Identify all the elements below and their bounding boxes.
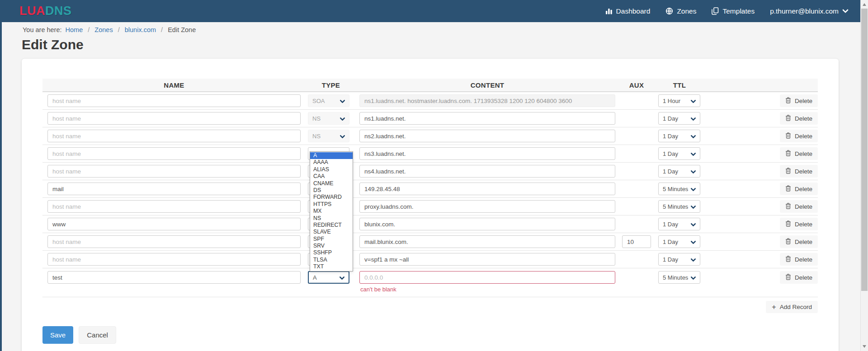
- delete-button[interactable]: Delete: [780, 200, 818, 213]
- type-option[interactable]: SPF: [310, 236, 353, 243]
- name-input[interactable]: [47, 271, 301, 284]
- save-button[interactable]: Save: [42, 326, 73, 344]
- luadns-logo[interactable]: LUADNS: [19, 4, 72, 18]
- delete-button-label: Delete: [795, 221, 812, 228]
- type-option[interactable]: A: [310, 152, 353, 159]
- header-ttl: TTL: [655, 81, 704, 89]
- table-header-row: NAME TYPE CONTENT AUX TTL: [42, 79, 818, 92]
- ttl-select[interactable]: 1 Day: [658, 165, 700, 178]
- breadcrumb-link-zone[interactable]: blunix.com: [125, 26, 156, 33]
- content-input[interactable]: [359, 183, 615, 195]
- type-option[interactable]: AAAA: [310, 159, 353, 166]
- globe-icon: [665, 7, 673, 15]
- type-option[interactable]: ALIAS: [310, 166, 353, 173]
- ttl-select[interactable]: 1 Day: [658, 147, 700, 160]
- type-select[interactable]: NS: [308, 112, 349, 125]
- scroll-up-arrow-icon[interactable]: [863, 3, 866, 6]
- ttl-select[interactable]: 5 Minutes: [658, 271, 700, 284]
- cancel-button[interactable]: Cancel: [79, 326, 116, 344]
- content-input[interactable]: [359, 253, 615, 266]
- vertical-scrollbar[interactable]: [860, 0, 868, 351]
- ttl-select-value: 1 Day: [663, 133, 678, 140]
- delete-button[interactable]: Delete: [780, 165, 818, 178]
- content-input[interactable]: [359, 147, 615, 160]
- delete-button[interactable]: Delete: [780, 112, 818, 125]
- breadcrumb-link-home[interactable]: Home: [66, 26, 83, 33]
- record-row: 1 Day Delete: [42, 163, 818, 180]
- aux-input[interactable]: [622, 235, 651, 248]
- type-option[interactable]: SLAVE: [310, 229, 353, 235]
- delete-button[interactable]: Delete: [780, 235, 818, 248]
- records-table-body: SOA 1 Hour Delete: [42, 92, 818, 297]
- add-record-button[interactable]: + Add Record: [766, 301, 818, 313]
- ttl-select[interactable]: 1 Day: [658, 130, 700, 142]
- user-menu[interactable]: p.thurner@blunix.com: [770, 7, 849, 15]
- delete-button[interactable]: Delete: [780, 253, 818, 266]
- type-option[interactable]: CAA: [310, 173, 353, 180]
- name-input[interactable]: [47, 147, 301, 160]
- name-input[interactable]: [47, 165, 301, 178]
- delete-button[interactable]: Delete: [780, 147, 818, 160]
- content-input[interactable]: [359, 200, 615, 213]
- ttl-select[interactable]: 5 Minutes: [658, 183, 700, 195]
- delete-button[interactable]: Delete: [780, 130, 818, 142]
- chevron-down-icon: [691, 203, 696, 210]
- ttl-select[interactable]: 1 Day: [658, 218, 700, 230]
- type-option[interactable]: CNAME: [310, 180, 353, 187]
- trash-icon: [785, 115, 791, 122]
- content-input[interactable]: [359, 130, 615, 142]
- type-option[interactable]: DS: [310, 187, 353, 194]
- name-input[interactable]: [47, 112, 301, 125]
- name-input[interactable]: [47, 94, 301, 107]
- nav-item-zones[interactable]: Zones: [665, 7, 696, 15]
- logo-part-lua: LUA: [19, 4, 45, 18]
- type-option[interactable]: TLSA: [310, 257, 353, 263]
- type-select[interactable]: A: [308, 271, 349, 284]
- ttl-select[interactable]: 1 Hour: [658, 94, 700, 107]
- top-navbar: LUADNS Dashboard Zones Templates p.thurn…: [0, 0, 860, 22]
- content-input[interactable]: [359, 271, 615, 284]
- breadcrumb-link-zones[interactable]: Zones: [94, 26, 113, 33]
- nav-item-label: Zones: [677, 7, 696, 15]
- ttl-select[interactable]: 1 Day: [658, 253, 700, 266]
- name-input[interactable]: [47, 200, 301, 213]
- name-input[interactable]: [47, 183, 301, 195]
- delete-button[interactable]: Delete: [780, 94, 818, 107]
- type-select[interactable]: NS: [308, 130, 349, 142]
- delete-button[interactable]: Delete: [780, 218, 818, 230]
- type-option[interactable]: HTTPS: [310, 201, 353, 208]
- content-input[interactable]: [359, 165, 615, 178]
- content-input[interactable]: [359, 218, 615, 230]
- ttl-select-value: 1 Hour: [663, 98, 680, 104]
- name-input[interactable]: [47, 218, 301, 230]
- delete-button[interactable]: Delete: [780, 271, 818, 284]
- type-option[interactable]: REDIRECT: [310, 222, 353, 229]
- header-name: NAME: [42, 81, 306, 89]
- delete-button[interactable]: Delete: [780, 183, 818, 195]
- type-select[interactable]: SOA: [308, 94, 349, 107]
- ttl-select[interactable]: 5 Minutes: [658, 200, 700, 213]
- type-option[interactable]: NS: [310, 215, 353, 222]
- records-card: NAME TYPE CONTENT AUX TTL SOA 1 Hour: [22, 59, 839, 351]
- type-option[interactable]: MX: [310, 208, 353, 215]
- nav-item-label: Dashboard: [616, 7, 651, 15]
- record-row: NS 1 Day Delete: [42, 127, 818, 145]
- ttl-select[interactable]: 1 Day: [658, 112, 700, 125]
- content-input[interactable]: [359, 94, 615, 107]
- type-option[interactable]: FORWARD: [310, 194, 353, 201]
- name-input[interactable]: [47, 253, 301, 266]
- ttl-select[interactable]: 1 Day: [658, 235, 700, 248]
- type-option[interactable]: SRV: [310, 243, 353, 249]
- name-input[interactable]: [47, 130, 301, 142]
- type-option[interactable]: TXT: [310, 263, 353, 270]
- content-input[interactable]: [359, 112, 615, 125]
- nav-item-templates[interactable]: Templates: [712, 7, 755, 15]
- name-input[interactable]: [47, 235, 301, 248]
- record-row: 5 Minutes Delete: [42, 180, 818, 198]
- delete-button-label: Delete: [795, 256, 812, 263]
- type-option[interactable]: SSHFP: [310, 249, 353, 256]
- scroll-down-arrow-icon[interactable]: [863, 345, 866, 348]
- scrollbar-thumb[interactable]: [861, 9, 868, 291]
- nav-item-dashboard[interactable]: Dashboard: [605, 7, 651, 15]
- content-input[interactable]: [359, 235, 615, 248]
